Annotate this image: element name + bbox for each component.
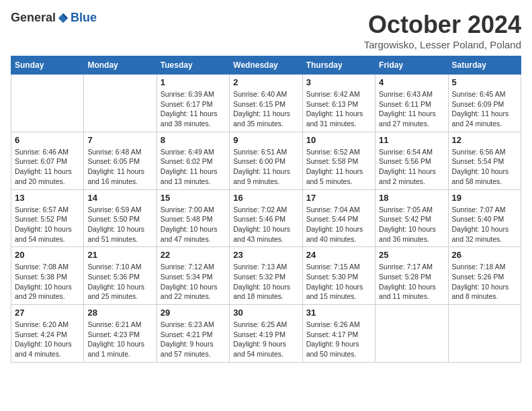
calendar-cell: 4Sunrise: 6:43 AMSunset: 6:11 PMDaylight… (375, 75, 448, 132)
calendar-cell: 1Sunrise: 6:39 AMSunset: 6:17 PMDaylight… (157, 75, 229, 132)
day-number: 4 (379, 77, 444, 87)
calendar-cell: 6Sunrise: 6:46 AMSunset: 6:07 PMDaylight… (11, 132, 84, 189)
location: Targowisko, Lesser Poland, Poland (364, 39, 521, 50)
calendar-cell: 29Sunrise: 6:23 AMSunset: 4:21 PMDayligh… (157, 305, 229, 363)
day-info: Sunrise: 6:43 AMSunset: 6:11 PMDaylight:… (379, 89, 444, 129)
logo: General Blue (11, 11, 97, 25)
calendar-cell (11, 75, 84, 132)
calendar-cell: 9Sunrise: 6:51 AMSunset: 6:00 PMDaylight… (230, 132, 302, 189)
day-info: Sunrise: 6:52 AMSunset: 5:58 PMDaylight:… (306, 147, 371, 187)
day-info: Sunrise: 7:12 AMSunset: 5:34 PMDaylight:… (161, 262, 226, 302)
day-number: 10 (306, 135, 371, 145)
calendar-cell: 8Sunrise: 6:49 AMSunset: 6:02 PMDaylight… (157, 132, 229, 189)
day-info: Sunrise: 7:13 AMSunset: 5:32 PMDaylight:… (233, 262, 298, 302)
calendar-cell: 28Sunrise: 6:21 AMSunset: 4:23 PMDayligh… (84, 305, 157, 363)
day-info: Sunrise: 6:49 AMSunset: 6:02 PMDaylight:… (161, 147, 226, 187)
day-number: 16 (233, 193, 298, 203)
day-info: Sunrise: 6:21 AMSunset: 4:23 PMDaylight:… (87, 320, 152, 359)
calendar-week-5: 27Sunrise: 6:20 AMSunset: 4:24 PMDayligh… (11, 305, 521, 363)
day-info: Sunrise: 7:17 AMSunset: 5:28 PMDaylight:… (379, 262, 444, 302)
day-number: 27 (15, 308, 80, 318)
day-number: 1 (161, 77, 226, 87)
calendar-week-2: 6Sunrise: 6:46 AMSunset: 6:07 PMDaylight… (11, 132, 521, 189)
day-number: 23 (233, 250, 298, 260)
calendar-cell: 25Sunrise: 7:17 AMSunset: 5:28 PMDayligh… (375, 247, 448, 305)
calendar-week-4: 20Sunrise: 7:08 AMSunset: 5:38 PMDayligh… (11, 247, 521, 305)
weekday-saturday: Saturday (448, 56, 521, 75)
title-block: October 2024 Targowisko, Lesser Poland, … (364, 11, 521, 50)
calendar-cell: 15Sunrise: 7:00 AMSunset: 5:48 PMDayligh… (157, 189, 229, 247)
day-number: 17 (306, 193, 371, 203)
day-info: Sunrise: 6:48 AMSunset: 6:05 PMDaylight:… (87, 147, 152, 187)
day-number: 14 (87, 193, 152, 203)
calendar-cell: 12Sunrise: 6:56 AMSunset: 5:54 PMDayligh… (448, 132, 521, 189)
day-info: Sunrise: 7:18 AMSunset: 5:26 PMDaylight:… (452, 262, 517, 302)
day-info: Sunrise: 6:26 AMSunset: 4:17 PMDaylight:… (306, 320, 371, 359)
calendar-cell: 10Sunrise: 6:52 AMSunset: 5:58 PMDayligh… (302, 132, 375, 189)
calendar-body: 1Sunrise: 6:39 AMSunset: 6:17 PMDaylight… (11, 75, 521, 363)
day-number: 5 (452, 77, 517, 87)
calendar-cell: 27Sunrise: 6:20 AMSunset: 4:24 PMDayligh… (11, 305, 84, 363)
weekday-friday: Friday (375, 56, 448, 75)
weekday-header-row: SundayMondayTuesdayWednesdayThursdayFrid… (11, 56, 521, 75)
day-number: 7 (87, 135, 152, 145)
day-info: Sunrise: 6:54 AMSunset: 5:56 PMDaylight:… (379, 147, 444, 187)
calendar-cell (448, 305, 521, 363)
day-number: 28 (87, 308, 152, 318)
day-number: 22 (161, 250, 226, 260)
weekday-tuesday: Tuesday (157, 56, 229, 75)
calendar-cell: 17Sunrise: 7:04 AMSunset: 5:44 PMDayligh… (302, 189, 375, 247)
day-info: Sunrise: 6:25 AMSunset: 4:19 PMDaylight:… (233, 320, 298, 359)
day-number: 20 (15, 250, 80, 260)
logo-general: General (11, 11, 56, 25)
calendar-cell: 13Sunrise: 6:57 AMSunset: 5:52 PMDayligh… (11, 189, 84, 247)
day-number: 6 (15, 135, 80, 145)
calendar-week-3: 13Sunrise: 6:57 AMSunset: 5:52 PMDayligh… (11, 189, 521, 247)
day-info: Sunrise: 6:59 AMSunset: 5:50 PMDaylight:… (87, 205, 152, 244)
day-info: Sunrise: 6:57 AMSunset: 5:52 PMDaylight:… (15, 205, 80, 244)
weekday-wednesday: Wednesday (230, 56, 302, 75)
calendar-cell: 11Sunrise: 6:54 AMSunset: 5:56 PMDayligh… (375, 132, 448, 189)
calendar-cell: 22Sunrise: 7:12 AMSunset: 5:34 PMDayligh… (157, 247, 229, 305)
weekday-sunday: Sunday (11, 56, 84, 75)
calendar-cell: 14Sunrise: 6:59 AMSunset: 5:50 PMDayligh… (84, 189, 157, 247)
day-info: Sunrise: 7:00 AMSunset: 5:48 PMDaylight:… (161, 205, 226, 244)
calendar-cell (375, 305, 448, 363)
day-number: 12 (452, 135, 517, 145)
day-number: 29 (161, 308, 226, 318)
day-number: 31 (306, 308, 371, 318)
weekday-thursday: Thursday (302, 56, 375, 75)
day-info: Sunrise: 7:05 AMSunset: 5:42 PMDaylight:… (379, 205, 444, 244)
calendar-cell (84, 75, 157, 132)
calendar-cell: 23Sunrise: 7:13 AMSunset: 5:32 PMDayligh… (230, 247, 302, 305)
day-number: 11 (379, 135, 444, 145)
day-number: 18 (379, 193, 444, 203)
calendar-cell: 19Sunrise: 7:07 AMSunset: 5:40 PMDayligh… (448, 189, 521, 247)
calendar-cell: 21Sunrise: 7:10 AMSunset: 5:36 PMDayligh… (84, 247, 157, 305)
page-header: General Blue October 2024 Targowisko, Le… (11, 11, 521, 50)
day-number: 30 (233, 308, 298, 318)
day-info: Sunrise: 6:42 AMSunset: 6:13 PMDaylight:… (306, 89, 371, 129)
calendar-cell: 26Sunrise: 7:18 AMSunset: 5:26 PMDayligh… (448, 247, 521, 305)
day-number: 3 (306, 77, 371, 87)
day-number: 8 (161, 135, 226, 145)
calendar-cell: 3Sunrise: 6:42 AMSunset: 6:13 PMDaylight… (302, 75, 375, 132)
day-info: Sunrise: 7:02 AMSunset: 5:46 PMDaylight:… (233, 205, 298, 244)
calendar-table: SundayMondayTuesdayWednesdayThursdayFrid… (11, 56, 521, 363)
calendar-cell: 30Sunrise: 6:25 AMSunset: 4:19 PMDayligh… (230, 305, 302, 363)
day-info: Sunrise: 6:20 AMSunset: 4:24 PMDaylight:… (15, 320, 80, 359)
logo-icon (57, 12, 69, 24)
logo-blue: Blue (71, 11, 97, 25)
day-info: Sunrise: 6:56 AMSunset: 5:54 PMDaylight:… (452, 147, 517, 187)
calendar-cell: 24Sunrise: 7:15 AMSunset: 5:30 PMDayligh… (302, 247, 375, 305)
day-info: Sunrise: 7:15 AMSunset: 5:30 PMDaylight:… (306, 262, 371, 302)
day-number: 13 (15, 193, 80, 203)
day-info: Sunrise: 7:07 AMSunset: 5:40 PMDaylight:… (452, 205, 517, 244)
calendar-cell: 20Sunrise: 7:08 AMSunset: 5:38 PMDayligh… (11, 247, 84, 305)
day-number: 19 (452, 193, 517, 203)
calendar-week-1: 1Sunrise: 6:39 AMSunset: 6:17 PMDaylight… (11, 75, 521, 132)
calendar-cell: 2Sunrise: 6:40 AMSunset: 6:15 PMDaylight… (230, 75, 302, 132)
day-info: Sunrise: 7:10 AMSunset: 5:36 PMDaylight:… (87, 262, 152, 302)
calendar-cell: 16Sunrise: 7:02 AMSunset: 5:46 PMDayligh… (230, 189, 302, 247)
calendar-cell: 7Sunrise: 6:48 AMSunset: 6:05 PMDaylight… (84, 132, 157, 189)
